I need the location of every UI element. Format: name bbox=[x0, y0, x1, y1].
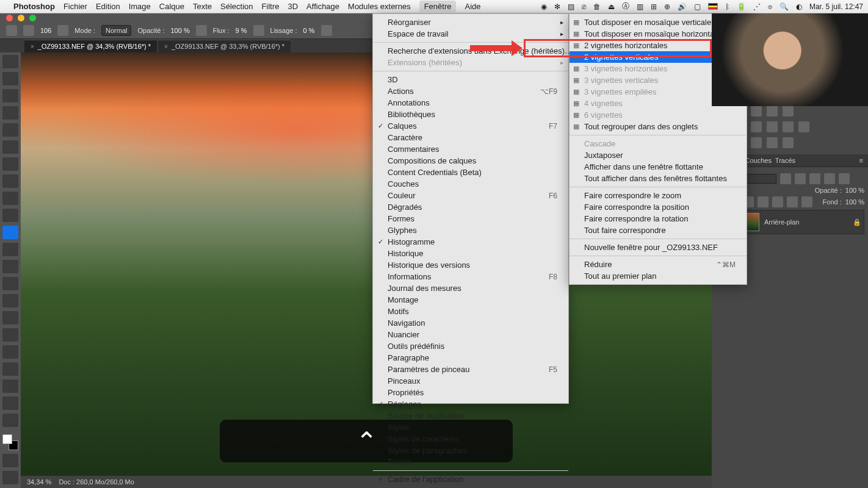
filter-shape-icon[interactable] bbox=[824, 173, 835, 184]
menu-item[interactable]: Glyphes bbox=[373, 224, 568, 236]
menu-edition[interactable]: Edition bbox=[96, 2, 120, 11]
menu-item[interactable]: Couches bbox=[373, 178, 568, 190]
threshold-icon[interactable] bbox=[751, 137, 762, 148]
healing-tool[interactable] bbox=[2, 174, 18, 188]
tray-icon[interactable]: Ⓐ bbox=[622, 1, 629, 12]
menu-item[interactable]: Styles de paragraphes bbox=[373, 445, 568, 456]
type-tool[interactable] bbox=[2, 345, 18, 359]
lock-all-icon[interactable] bbox=[801, 196, 812, 207]
menu-filtre[interactable]: Filtre bbox=[262, 2, 280, 11]
bluetooth-icon[interactable]: ᛒ bbox=[725, 2, 729, 11]
menu-item[interactable]: CalquesF7 bbox=[373, 120, 568, 132]
panel-tab-channels[interactable]: Couches bbox=[745, 157, 771, 164]
smoothing-options-icon[interactable] bbox=[321, 25, 332, 36]
filter-pixel-icon[interactable] bbox=[780, 173, 791, 184]
lock-artboard-icon[interactable] bbox=[787, 196, 798, 207]
gradient-tool[interactable] bbox=[2, 277, 18, 290]
menu-affichage[interactable]: Affichage bbox=[306, 2, 339, 11]
menu-item[interactable]: Réduire⌃⌘M bbox=[570, 259, 747, 270]
menu-item[interactable]: Paragraphe bbox=[373, 352, 568, 364]
search-icon[interactable]: 🔍 bbox=[779, 2, 789, 11]
menu-item[interactable]: Juxtaposer bbox=[570, 149, 747, 161]
hand-tool[interactable] bbox=[2, 396, 18, 410]
menu-item[interactable]: Outils prédéfinis bbox=[373, 340, 568, 352]
menu-item[interactable]: Historique des versions bbox=[373, 259, 568, 271]
panel-menu-icon[interactable]: ≡ bbox=[859, 157, 863, 164]
close-tab-icon[interactable]: × bbox=[31, 43, 34, 50]
menu-item[interactable]: Paramètres de pinceauF5 bbox=[373, 364, 568, 375]
marquee-tool[interactable] bbox=[2, 72, 18, 85]
clock[interactable]: Mar. 5 juil. 12:47 bbox=[809, 2, 863, 11]
pencil-tool[interactable] bbox=[2, 260, 18, 273]
control-center-icon[interactable]: ⌾ bbox=[768, 2, 772, 11]
blend-mode-select[interactable]: Normal bbox=[101, 25, 131, 36]
path-tool[interactable] bbox=[2, 379, 18, 393]
tray-icon[interactable]: ✻ bbox=[554, 2, 560, 11]
flow-value[interactable]: 9 % bbox=[236, 27, 247, 34]
fill-value[interactable]: 100 % bbox=[845, 198, 864, 206]
minimize-window-icon[interactable] bbox=[18, 15, 24, 21]
menu-aide[interactable]: Aide bbox=[465, 2, 480, 11]
close-window-icon[interactable] bbox=[6, 15, 13, 21]
menu-item[interactable]: Content Credentials (Beta) bbox=[373, 167, 568, 178]
menu-item[interactable]: Dégradés bbox=[373, 201, 568, 213]
sound-icon[interactable]: 🔊 bbox=[678, 2, 687, 11]
menu-item[interactable]: Faire correspondre la position bbox=[570, 201, 747, 213]
pressure-opacity-icon[interactable] bbox=[196, 25, 207, 36]
history-brush-tool[interactable] bbox=[2, 243, 18, 256]
smoothing-value[interactable]: 0 % bbox=[303, 27, 315, 34]
menu-item[interactable]: Réglages bbox=[373, 398, 568, 410]
menu-texte[interactable]: Texte bbox=[193, 2, 212, 11]
menu-item[interactable]: Commentaires bbox=[373, 143, 568, 155]
menu-item[interactable]: Annotations bbox=[373, 97, 568, 109]
menu-fenetre[interactable]: Fenêtre bbox=[419, 1, 457, 12]
zoom-level[interactable]: 34,34 % bbox=[27, 478, 51, 486]
close-tab-icon[interactable]: × bbox=[164, 43, 168, 50]
quickmask-tool[interactable] bbox=[2, 454, 18, 467]
brush-tool[interactable] bbox=[2, 226, 18, 239]
blur-tool[interactable] bbox=[2, 311, 18, 325]
photofilter-icon[interactable] bbox=[767, 121, 778, 132]
menu-item[interactable]: Formes bbox=[373, 213, 568, 224]
menu-item[interactable]: Source de duplication bbox=[373, 410, 568, 422]
eraser-tool[interactable] bbox=[2, 209, 18, 222]
tray-icon[interactable]: ⏏ bbox=[608, 2, 615, 11]
crop-tool[interactable] bbox=[2, 123, 18, 137]
tray-icon[interactable]: ⊕ bbox=[664, 2, 670, 11]
flag-icon[interactable] bbox=[708, 3, 718, 10]
menu-item[interactable]: Tout au premier plan bbox=[570, 270, 747, 282]
document-tab[interactable]: ×_OZ99133.NEF @ 33,3% (RVB/16*) * bbox=[158, 40, 291, 52]
selection-tool[interactable] bbox=[2, 106, 18, 120]
frame-tool[interactable] bbox=[2, 140, 18, 154]
opacity-value[interactable]: 100 % bbox=[170, 27, 189, 34]
menu-item[interactable]: Faire correspondre le zoom bbox=[570, 190, 747, 201]
curves-icon[interactable] bbox=[751, 106, 762, 117]
menu-item[interactable]: Nuancier bbox=[373, 329, 568, 340]
menu-item[interactable]: CouleurF6 bbox=[373, 190, 568, 201]
menu-item[interactable]: Nouvelle fenêtre pour _OZ99133.NEF bbox=[570, 242, 747, 253]
menu-3d[interactable]: 3D bbox=[288, 2, 298, 11]
brush-preset-icon[interactable] bbox=[23, 25, 34, 36]
menu-item[interactable]: Faire correspondre la rotation bbox=[570, 213, 747, 224]
app-name[interactable]: Photoshop bbox=[13, 2, 55, 11]
battery-icon[interactable]: 🔋 bbox=[737, 2, 746, 11]
opacity-value[interactable]: 100 % bbox=[845, 187, 864, 194]
menu-item[interactable]: Styles de caractères bbox=[373, 433, 568, 445]
menu-item[interactable]: Pinceaux bbox=[373, 375, 568, 387]
selcolor-icon[interactable] bbox=[767, 137, 778, 148]
dodge-tool[interactable] bbox=[2, 328, 18, 342]
wifi-icon[interactable]: ⋰ bbox=[753, 2, 761, 11]
panel-tab-paths[interactable]: Tracés bbox=[775, 157, 795, 164]
document-tab[interactable]: ×_OZ99133.NEF @ 34,3% (RVB/16*) * bbox=[24, 40, 157, 52]
menu-item[interactable]: Cadre de l'application bbox=[373, 473, 568, 485]
menu-item[interactable]: Afficher dans une fenêtre flottante bbox=[570, 161, 747, 173]
menu-item[interactable]: Historique bbox=[373, 248, 568, 259]
tray-icon[interactable]: ⎚ bbox=[582, 2, 586, 11]
menu-fichier[interactable]: Fichier bbox=[63, 2, 87, 11]
brush-panel-icon[interactable] bbox=[57, 25, 68, 36]
filter-type-icon[interactable] bbox=[809, 173, 820, 184]
bw-icon[interactable] bbox=[751, 121, 762, 132]
zoom-tool[interactable] bbox=[2, 414, 18, 427]
layer-name[interactable]: Arrière-plan bbox=[764, 218, 799, 226]
move-tool[interactable] bbox=[2, 55, 18, 68]
